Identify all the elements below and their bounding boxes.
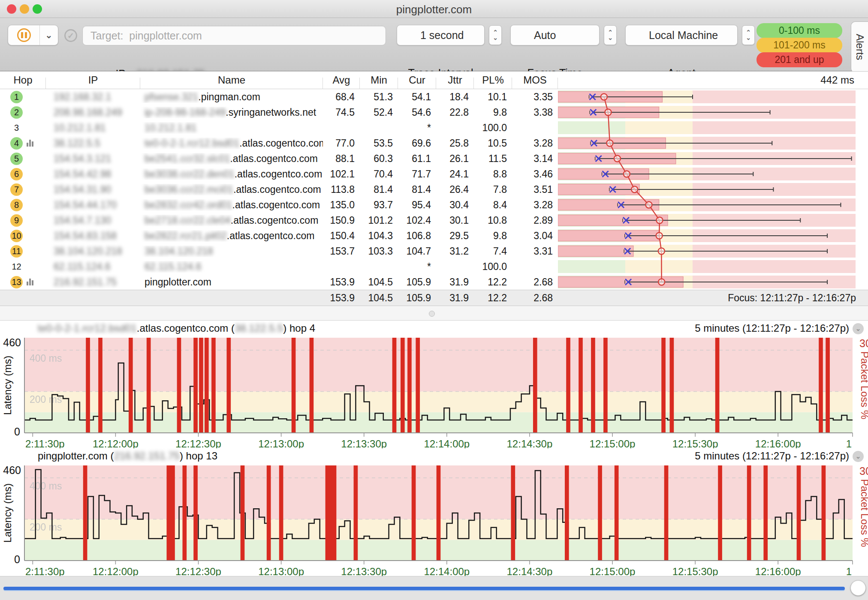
hop-pl: 8.8 <box>474 168 512 180</box>
hop-avg: 135.0 <box>323 199 360 211</box>
svg-text:12:12:00p: 12:12:00p <box>93 438 139 448</box>
hop-name: be2832.ccr42.ord01.atlas.cogentco.com <box>140 199 323 211</box>
hop-avg: 153.9 <box>323 276 360 288</box>
pingplotter-window: pingplotter.com ⌄ ✓ IP: 216.92.151.75 1 … <box>0 0 868 600</box>
col-header-cur[interactable]: Cur <box>398 74 436 86</box>
hop-name: 10.212.1.81 <box>140 122 323 134</box>
hop-ip: 154.54.3.121 <box>46 153 140 165</box>
trace-interval-stepper[interactable]: ⌃⌄ <box>489 25 502 45</box>
hop-badge: 4 <box>10 137 23 150</box>
hop-badge: 1 <box>10 91 23 103</box>
hop-avg: 153.7 <box>323 246 360 257</box>
hop-mos: 3.14 <box>512 153 558 165</box>
hop-cur: 61.1 <box>398 153 436 165</box>
hop-jttr: 22.8 <box>436 107 474 118</box>
summary-jttr: 31.9 <box>436 292 474 304</box>
hop-name: te0-0-2-1.rcr12.bsd01.atlas.cogentco.com <box>140 138 323 149</box>
timeline-chart-hop4: te0-0-2-1.rcr12.bsd01.atlas.cogentco.com… <box>0 321 868 448</box>
hop-mos: 3.28 <box>512 199 558 211</box>
hop-mos: 3.28 <box>512 138 558 149</box>
svg-text:12:15:30p: 12:15:30p <box>672 566 718 576</box>
hop-avg: 150.4 <box>323 230 360 242</box>
hop-min: 52.4 <box>360 107 398 118</box>
svg-text:460: 460 <box>3 336 21 348</box>
hop-badge: 6 <box>10 168 23 180</box>
chevron-down-icon: ⌄ <box>45 30 53 40</box>
hop-mos: 2.68 <box>512 276 558 288</box>
agent-select[interactable]: Local Machine <box>625 25 738 45</box>
hop-min: 81.4 <box>360 184 398 195</box>
hop-avg: 88.1 <box>323 153 360 165</box>
hop-jttr: 31.2 <box>436 246 474 257</box>
target-input[interactable] <box>82 26 386 45</box>
hop-min: 51.3 <box>360 91 398 103</box>
col-header-avg[interactable]: Avg <box>323 74 360 86</box>
svg-text:400 ms: 400 ms <box>30 480 62 492</box>
bar-chart-icon[interactable] <box>27 140 33 147</box>
alerts-tab[interactable]: Alerts <box>851 21 868 73</box>
hop-min: 103.3 <box>360 246 398 257</box>
chart-title: te0-0-2-1.rcr12.bsd01.atlas.cogentco.com… <box>38 322 315 334</box>
time-scrollbar-thumb[interactable] <box>850 580 866 596</box>
title-bar: pingplotter.com <box>0 0 868 18</box>
hop-cur: 95.4 <box>398 199 436 211</box>
hop-badge: 11 <box>10 245 23 258</box>
chevron-down-icon[interactable]: ⌄ <box>853 451 864 462</box>
hop-pl: 8.4 <box>474 199 512 211</box>
svg-text:12:16:00p: 12:16:00p <box>755 438 801 448</box>
col-header-min[interactable]: Min <box>360 74 398 86</box>
summary-pl: 12.2 <box>474 292 512 304</box>
chart-title-blurred-part: 216.92.151.75 <box>114 450 179 462</box>
col-header-jttr[interactable]: Jttr <box>436 74 474 86</box>
splitter-handle-icon[interactable] <box>429 311 435 317</box>
hop-badge: 9 <box>10 214 23 227</box>
svg-text:2:11:30p: 2:11:30p <box>25 438 65 448</box>
col-header-hop[interactable]: Hop <box>0 74 46 86</box>
hop-name: be3038.ccr22.den01.atlas.cogentco.com <box>140 168 323 180</box>
check-circle-icon[interactable]: ✓ <box>64 29 77 42</box>
hop-min: 53.5 <box>360 138 398 149</box>
time-scrollbar-track[interactable] <box>3 587 845 590</box>
hop-jttr: 24.1 <box>436 168 474 180</box>
trace-dropdown-button[interactable]: ⌄ <box>40 25 58 45</box>
window-title: pingplotter.com <box>0 3 868 16</box>
pause-button[interactable] <box>8 25 40 45</box>
pane-splitter[interactable] <box>0 306 868 321</box>
trace-control-group: ⌄ <box>8 25 58 45</box>
hop-avg: 102.1 <box>323 168 360 180</box>
trace-interval-select[interactable]: 1 second <box>397 25 485 45</box>
svg-text:12:14:30p: 12:14:30p <box>507 438 553 448</box>
focus-range-label: Focus: 12:11:27p - 12:16:27p <box>558 292 868 304</box>
hop-mos: 3.04 <box>512 230 558 242</box>
svg-text:12:13:30p: 12:13:30p <box>341 566 387 576</box>
hop-jttr: 25.8 <box>436 138 474 149</box>
hop-pl: 10.5 <box>474 138 512 149</box>
hop-name: ip-208-98-168-249.syringanetworks.net <box>140 107 323 118</box>
focus-time-select[interactable]: Auto <box>510 25 600 45</box>
graph-scale-label: 442 ms <box>558 74 868 86</box>
svg-text:400 ms: 400 ms <box>30 353 62 364</box>
focus-time-stepper[interactable]: ⌃⌄ <box>604 25 617 45</box>
svg-text:30: 30 <box>859 465 868 477</box>
col-header-name[interactable]: Name <box>140 74 323 86</box>
time-scrollbar[interactable] <box>0 576 868 600</box>
hop-pl: 9.8 <box>474 107 512 118</box>
col-header-mos[interactable]: MOS <box>512 74 558 86</box>
alerts-tab-label: Alerts <box>854 34 866 60</box>
svg-text:12:14:00p: 12:14:00p <box>424 438 470 448</box>
chevron-down-icon[interactable]: ⌄ <box>853 323 864 334</box>
hop-name: 62.115.124.6 <box>140 261 323 273</box>
col-header-pl[interactable]: PL% <box>474 74 512 86</box>
hop-cur: 105.9 <box>398 276 436 288</box>
svg-text:12:15:30p: 12:15:30p <box>672 438 718 448</box>
hop-jttr: 26.1 <box>436 153 474 165</box>
chart-title-part: pingplotter.com ( <box>38 450 114 462</box>
svg-text:12:13:00p: 12:13:00p <box>258 566 304 576</box>
bar-chart-icon[interactable] <box>27 279 33 285</box>
toolbar: ⌄ ✓ IP: 216.92.151.75 1 second ⌃⌄ Trace … <box>0 18 868 71</box>
col-header-ip[interactable]: IP <box>46 74 140 86</box>
hop-mos: 2.89 <box>512 215 558 226</box>
hop-cur: 81.4 <box>398 184 436 195</box>
hop-ip: 38.104.120.218 <box>46 246 140 257</box>
agent-stepper[interactable]: ⌃⌄ <box>742 25 755 45</box>
